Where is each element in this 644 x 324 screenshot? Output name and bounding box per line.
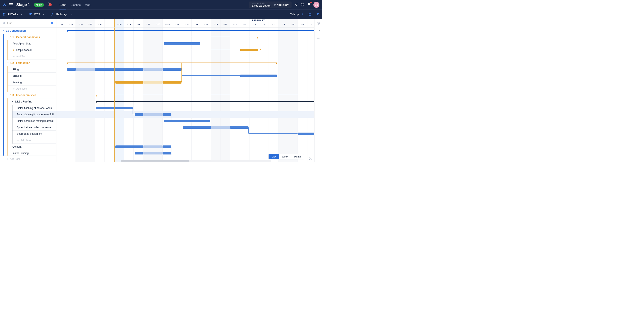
pathways-icon	[51, 13, 54, 16]
svg-rect-9	[30, 13, 32, 14]
add-task-roofing[interactable]: Add Task	[12, 137, 56, 143]
group-foundation[interactable]: 1.2 : Foundation	[4, 60, 56, 66]
bar-pour-apron-slab[interactable]	[164, 42, 200, 45]
bar-cement-a[interactable]	[116, 145, 143, 148]
publication-box[interactable]: Next Publication: 03:05 Sat 28 Jan Not R…	[249, 2, 292, 8]
bar-blinding[interactable]	[240, 75, 277, 77]
horizontal-scrollbar[interactable]	[121, 160, 271, 162]
group-roofing[interactable]: 1.3.1 : Roofing	[8, 98, 56, 105]
day-label: T 7	[308, 23, 314, 25]
add-task-gc[interactable]: Add Task	[8, 53, 56, 60]
zoom-month[interactable]: Month	[291, 154, 304, 159]
bar-pour-light-b[interactable]	[162, 113, 171, 116]
add-task-foundation[interactable]: Add Task	[8, 86, 56, 92]
columns-icon[interactable]	[51, 22, 54, 25]
bar-piling-b[interactable]	[95, 68, 143, 71]
code-icon[interactable]	[317, 29, 320, 32]
day-label: F 13	[66, 23, 76, 25]
task-strip-scaffold[interactable]: Strip Scaffold	[8, 47, 56, 53]
add-task-bottom[interactable]: Add Task	[0, 155, 56, 162]
task-spread-stone[interactable]: Spread stone ballast on seamless…	[12, 124, 56, 131]
wbs-icon	[29, 13, 32, 16]
task-pour-lightweight[interactable]: Pour lightweight concrete roof fill	[12, 111, 56, 118]
sub-bar: All Tasks WBS Pathways Tidy Up	[0, 10, 322, 19]
day-label: S 22	[153, 23, 162, 25]
chevron-down-icon	[20, 13, 22, 16]
group-interior-finishes[interactable]: 1.3 : Interior Finishes	[4, 92, 56, 98]
task-install-bracing[interactable]: Install Bracing	[8, 150, 56, 155]
bar-painting-b[interactable]	[162, 81, 182, 84]
tab-clashes[interactable]: Clashes	[70, 1, 81, 9]
filter-wbs[interactable]: WBS	[29, 13, 44, 16]
star-icon	[12, 49, 15, 51]
info-icon[interactable]	[317, 22, 320, 25]
top-bar: Stage 1 Admin Gantt Clashes Map Next Pub…	[0, 0, 322, 10]
day-label: T 2	[259, 23, 269, 25]
help-icon[interactable]: ?	[300, 3, 304, 7]
bar-bracing-a[interactable]	[135, 152, 143, 154]
bar-spread-a[interactable]	[183, 126, 211, 129]
task-panel: 1 : Construction 1.1 : General Condition…	[0, 19, 56, 162]
tab-gantt[interactable]: Gantt	[60, 1, 66, 9]
bar-install-seamless[interactable]	[164, 120, 210, 122]
task-cement[interactable]: Cement	[8, 143, 56, 150]
notifications-icon[interactable]	[307, 3, 311, 7]
group-construction[interactable]: 1 : Construction	[0, 28, 56, 34]
search-input[interactable]	[7, 22, 49, 25]
today-line	[114, 19, 114, 162]
day-label: T 26	[192, 23, 201, 25]
bar-painting-a[interactable]	[116, 81, 143, 84]
zoom-switch: Day Week Month	[268, 154, 304, 159]
svg-rect-11	[309, 13, 311, 16]
bar-pour-light-a[interactable]	[135, 113, 143, 116]
bar-set-rooftop[interactable]	[298, 132, 314, 135]
svg-rect-13	[51, 22, 52, 24]
admin-badge: Admin	[34, 3, 44, 7]
bar-cement-b[interactable]	[162, 145, 171, 148]
bar-piling-c[interactable]	[162, 68, 182, 71]
plus-icon	[17, 139, 19, 141]
svg-text:?: ?	[302, 4, 303, 6]
filter-all-tasks[interactable]: All Tasks	[2, 13, 22, 16]
user-avatar[interactable]: MB	[314, 2, 320, 8]
zoom-day[interactable]: Day	[268, 154, 279, 159]
tab-map[interactable]: Map	[85, 1, 90, 9]
star-icon	[259, 49, 262, 51]
pub-status-text: Not Ready	[277, 4, 288, 6]
collapse-chevron-icon[interactable]	[309, 156, 312, 160]
day-label: S 14	[76, 23, 86, 25]
filter-icon[interactable]	[316, 13, 320, 16]
zoom-week[interactable]: Week	[279, 154, 291, 159]
calendar-icon[interactable]	[308, 13, 312, 16]
task-install-seamless[interactable]: Install seamless roofing material	[12, 118, 56, 124]
list-icon[interactable]	[317, 36, 320, 40]
status-dot-icon[interactable]	[49, 3, 52, 6]
day-label: W 18	[114, 23, 124, 25]
bar-bracing-b[interactable]	[162, 152, 171, 154]
search-icon	[2, 22, 6, 25]
task-piling[interactable]: Piling	[8, 66, 56, 73]
app-logo-icon[interactable]	[2, 3, 6, 7]
pub-status-dot-icon	[274, 4, 276, 6]
chevron-down-icon	[70, 13, 72, 16]
bar-strip-scaffold[interactable]	[240, 49, 258, 51]
group-general-conditions[interactable]: 1.1 : General Conditions	[4, 34, 56, 40]
share-icon[interactable]	[294, 3, 298, 7]
tidy-up-button[interactable]: Tidy Up	[290, 13, 304, 16]
task-pour-apron-slab[interactable]: Pour Apron Slab	[8, 40, 56, 47]
task-painting[interactable]: Painting	[8, 79, 56, 86]
day-label: T 12	[56, 23, 66, 25]
bar-piling-a[interactable]	[67, 68, 76, 71]
task-install-flashing[interactable]: Install flashing at parapet walls	[12, 105, 56, 111]
task-blinding[interactable]: Blinding	[8, 73, 56, 79]
svg-point-7	[5, 13, 6, 14]
menu-icon[interactable]	[9, 3, 13, 6]
svg-point-8	[5, 15, 6, 16]
day-label: M 30	[230, 23, 240, 25]
bar-spread-b[interactable]	[230, 126, 248, 129]
gantt-chart[interactable]: FEBRUARY T 12F 13S 14S 15M 16T 17W 18T 1…	[56, 19, 314, 162]
bar-painting-gap	[143, 81, 162, 84]
filter-pathways[interactable]: Pathways	[51, 13, 72, 16]
task-set-rooftop[interactable]: Set rooftop equipment	[12, 131, 56, 137]
bar-spread-gap	[211, 126, 230, 129]
